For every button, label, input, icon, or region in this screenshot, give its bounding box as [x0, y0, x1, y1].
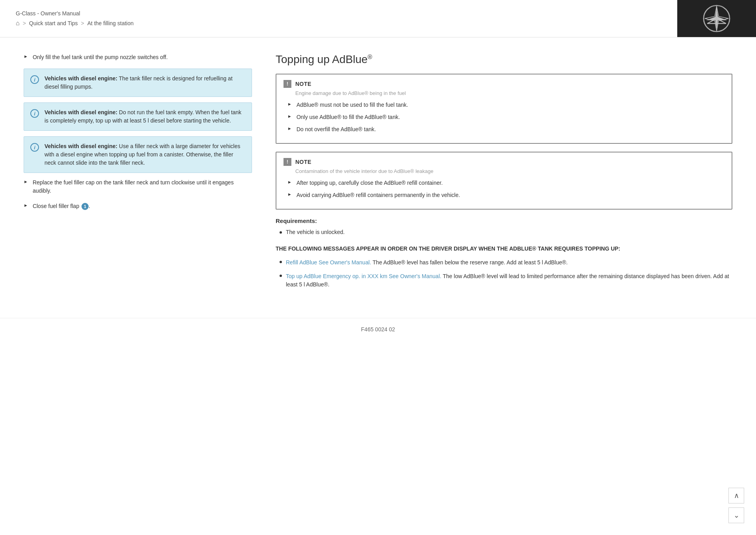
bullet-text-2: Replace the fuel filler cap on the tank …	[33, 178, 252, 195]
bullet-item-2: ► Replace the fuel filler cap on the tan…	[24, 178, 252, 195]
msg-body-1: The AdBlue® level has fallen below the r…	[371, 259, 568, 266]
note-bullet-text-1-1: AdBlue® must not be used to fill the fue…	[296, 101, 408, 109]
note-arrow-1-3: ►	[287, 126, 292, 131]
note-bullet-2-1: ► After topping up, carefully close the …	[287, 179, 724, 187]
note-arrow-2-1: ►	[287, 180, 292, 184]
document-title: G-Class - Owner's Manual	[16, 10, 662, 17]
msg-dot-2	[280, 275, 282, 277]
header-content: G-Class - Owner's Manual ⌂ > Quick start…	[0, 0, 677, 37]
note-bullet-text-1-3: Do not overfill the AdBlue® tank.	[296, 125, 376, 134]
bullet-arrow-1: ►	[24, 54, 28, 59]
info-icon-3: i	[30, 143, 39, 152]
info-strong-2: Vehicles with diesel engine:	[44, 109, 117, 115]
bullet-arrow-3: ►	[24, 203, 28, 208]
note-header-1: ! NOTE	[284, 80, 724, 88]
breadcrumb-sep1: >	[23, 20, 26, 26]
note-label-1: NOTE	[295, 81, 311, 87]
note-icon-2: !	[284, 158, 291, 166]
note-label-2: NOTE	[295, 159, 311, 165]
note-bullet-text-2-1: After topping up, carefully close the Ad…	[296, 179, 443, 187]
msg-text-1: Refill AdBlue See Owner's Manual. The Ad…	[286, 258, 568, 267]
badge-1: 1	[82, 203, 89, 210]
scroll-up-icon: ∧	[734, 491, 739, 500]
home-icon[interactable]: ⌂	[16, 20, 20, 27]
note-bullet-1-3: ► Do not overfill the AdBlue® tank.	[287, 125, 724, 134]
breadcrumb-sep2: >	[81, 20, 84, 26]
bullet3-suffix: .	[89, 203, 90, 209]
note-subtitle-1: Engine damage due to AdBlue® being in th…	[295, 90, 724, 96]
msg-dot-1	[280, 261, 282, 263]
info-icon-2: i	[30, 109, 39, 118]
note-subtitle-2: Contamination of the vehicle interior du…	[295, 168, 724, 174]
info-text-3: Vehicles with diesel engine: Use a fille…	[44, 142, 245, 167]
mercedes-star-icon	[703, 5, 730, 32]
logo-area	[677, 0, 756, 37]
scroll-up-button[interactable]: ∧	[728, 488, 744, 503]
breadcrumb-link2[interactable]: At the filling station	[87, 20, 134, 26]
scroll-down-icon: ⌄	[734, 511, 739, 520]
bullet-text-3: Close fuel filler flap 1.	[33, 202, 90, 210]
info-text-2: Vehicles with diesel engine: Do not run …	[44, 108, 245, 125]
note-bullet-text-2-2: Avoid carrying AdBlue® refill containers…	[296, 191, 460, 199]
msg-text-2: Top up AdBlue Emergency op. in XXX km Se…	[286, 272, 732, 289]
right-column: Topping up AdBlue® ! NOTE Engine damage …	[276, 53, 732, 294]
note-bullet-1-1: ► AdBlue® must not be used to fill the f…	[287, 101, 724, 109]
note-box-2: ! NOTE Contamination of the vehicle inte…	[276, 152, 732, 210]
footer-code: F465 0024 02	[361, 326, 395, 333]
breadcrumb: ⌂ > Quick start and Tips > At the fillin…	[16, 20, 662, 27]
req-bullet-1: The vehicle is unlocked.	[280, 229, 732, 235]
bullet-arrow-2: ►	[24, 179, 28, 184]
section-title: Topping up AdBlue®	[276, 53, 732, 66]
note-bullet-text-1-2: Only use AdBlue® to fill the AdBlue® tan…	[296, 113, 400, 121]
req-text-1: The vehicle is unlocked.	[286, 229, 345, 235]
requirements-heading: Requirements:	[276, 217, 732, 224]
breadcrumb-link1[interactable]: Quick start and Tips	[29, 20, 78, 26]
info-strong-3: Vehicles with diesel engine:	[44, 143, 117, 149]
msg-link-1[interactable]: Refill AdBlue See Owner's Manual.	[286, 259, 371, 266]
footer: F465 0024 02	[0, 318, 756, 340]
info-text-1: Vehicles with diesel engine: The tank fi…	[44, 74, 245, 91]
msg-bullet-1: Refill AdBlue See Owner's Manual. The Ad…	[280, 258, 732, 267]
note-bullet-1-2: ► Only use AdBlue® to fill the AdBlue® t…	[287, 113, 724, 121]
msg-link-2[interactable]: Top up AdBlue Emergency op. in XXX km Se…	[286, 273, 441, 279]
bullet-item-3: ► Close fuel filler flap 1.	[24, 202, 252, 210]
info-box-2: i Vehicles with diesel engine: Do not ru…	[24, 102, 252, 131]
bullet-text-1: Only fill the fuel tank until the pump n…	[33, 53, 168, 61]
note-arrow-1-1: ►	[287, 102, 292, 106]
note-arrow-2-2: ►	[287, 192, 292, 197]
note-bullet-2-2: ► Avoid carrying AdBlue® refill containe…	[287, 191, 724, 199]
main-content: ► Only fill the fuel tank until the pump…	[0, 37, 756, 310]
info-box-1: i Vehicles with diesel engine: The tank …	[24, 69, 252, 97]
note-icon-1: !	[284, 80, 291, 88]
note-header-2: ! NOTE	[284, 158, 724, 166]
msg-bullet-2: Top up AdBlue Emergency op. in XXX km Se…	[280, 272, 732, 289]
info-icon-1: i	[30, 75, 39, 84]
header: G-Class - Owner's Manual ⌂ > Quick start…	[0, 0, 756, 37]
messages-heading: THE FOLLOWING MESSAGES APPEAR IN ORDER O…	[276, 245, 732, 253]
info-box-3: i Vehicles with diesel engine: Use a fil…	[24, 136, 252, 173]
bullet-item-1: ► Only fill the fuel tank until the pump…	[24, 53, 252, 61]
bullet3-prefix: Close fuel filler flap	[33, 203, 79, 209]
info-strong-1: Vehicles with diesel engine:	[44, 75, 117, 82]
scroll-down-button[interactable]: ⌄	[728, 507, 744, 523]
note-arrow-1-2: ►	[287, 114, 292, 119]
left-column: ► Only fill the fuel tank until the pump…	[24, 53, 252, 294]
req-dot-1	[280, 231, 282, 234]
note-box-1: ! NOTE Engine damage due to AdBlue® bein…	[276, 74, 732, 144]
